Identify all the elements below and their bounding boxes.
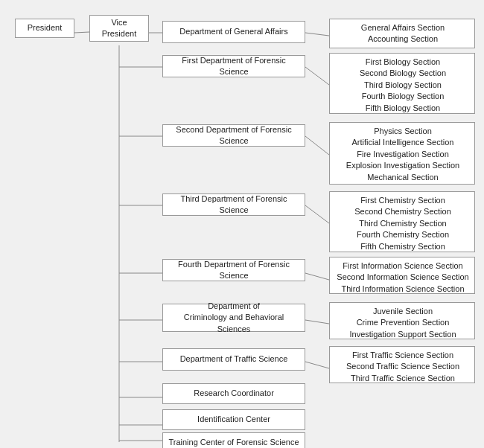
sec-traffic-box: First Traffic Science Section Second Tra… xyxy=(329,346,475,383)
svg-line-16 xyxy=(305,273,329,280)
sec-chem-box: First Chemistry Section Second Chemistry… xyxy=(329,191,475,252)
org-chart: President Vice President Department of G… xyxy=(7,7,477,441)
dept-forensic1-box: First Department of Forensic Science xyxy=(162,55,305,77)
sec-info-box: First Information Science Section Second… xyxy=(329,257,475,294)
dept-traffic-box: Department of Traffic Science xyxy=(162,348,305,371)
sec-crim-box: Juvenile Section Crime Prevention Sectio… xyxy=(329,302,475,339)
vice-president-box: Vice President xyxy=(89,15,149,42)
svg-line-12 xyxy=(305,33,329,36)
dept-forensic2-box: Second Department of Forensic Science xyxy=(162,124,305,147)
dept-criminology-box: Department ofCriminology and Behavioral … xyxy=(162,304,305,332)
dept-forensic3-box: Third Department of Forensic Science xyxy=(162,193,305,216)
dept-general-box: Department of General Affairs xyxy=(162,21,305,43)
sec-bio-box: First Biology Section Second Biology Sec… xyxy=(329,53,475,114)
svg-line-17 xyxy=(305,320,329,324)
research-coord-box: Research Coordinator xyxy=(162,383,305,404)
identification-box: Identification Center xyxy=(162,409,305,430)
training-box: Training Center of Forensic Science xyxy=(162,432,305,448)
sec-physics-box: Physics Section Artificial Intelligence … xyxy=(329,122,475,185)
dept-forensic4-box: Fourth Department of Forensic Science xyxy=(162,259,305,281)
sec-general-box: General Affairs Section Accounting Secti… xyxy=(329,19,475,48)
svg-line-18 xyxy=(305,362,329,368)
svg-line-0 xyxy=(74,32,89,33)
svg-line-15 xyxy=(305,205,329,223)
president-box: President xyxy=(15,19,74,38)
svg-line-13 xyxy=(305,67,329,85)
svg-line-14 xyxy=(305,136,329,155)
